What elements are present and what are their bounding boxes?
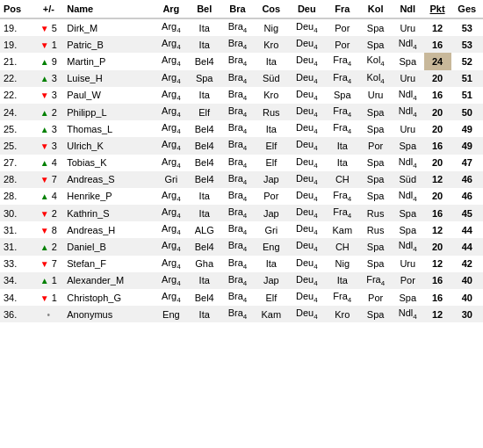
cell-arg: Arg4 — [155, 272, 188, 289]
arrow-down-icon: ▼ — [40, 175, 49, 184]
cell-name: Thomas_L — [63, 120, 155, 137]
cell-ges: 44 — [451, 238, 483, 255]
cell-arg: Arg4 — [155, 104, 188, 120]
cell-delta: ▼ 2 — [33, 205, 63, 221]
cell-kol: Spa — [359, 104, 392, 120]
cell-deu: Deu4 — [288, 289, 325, 306]
cell-kol: Rus — [359, 221, 392, 238]
cell-bel: Spa — [188, 70, 221, 87]
cell-name: Philipp_L — [63, 104, 155, 120]
cell-ndl: Ndl4 — [392, 87, 424, 104]
cell-cos: Eng — [254, 238, 288, 255]
cell-name: Andreas_S — [63, 171, 155, 188]
cell-kol: Spa — [359, 171, 392, 188]
cell-delta: ▲ 3 — [33, 70, 63, 87]
col-cos: Cos — [254, 0, 288, 18]
cell-fra: Fra4 — [325, 70, 359, 87]
cell-deu: Deu4 — [288, 221, 325, 238]
cell-cos: Kro — [254, 36, 288, 53]
cell-delta: ▲ 9 — [33, 53, 63, 69]
cell-pkt: 16 — [424, 272, 451, 289]
cell-ges: 52 — [451, 53, 483, 69]
cell-ndl: Spa — [392, 289, 424, 306]
table-row: 25.▼ 3Ulrich_KArg4Bel4Bra4ElfDeu4ItaPorS… — [0, 137, 483, 154]
arrow-up-icon: ▲ — [40, 158, 49, 168]
cell-arg: Arg4 — [155, 155, 188, 171]
arrow-up-icon: ▲ — [40, 125, 49, 134]
table-row: 30.▼ 2Kathrin_SArg4ItaBra4JapDeu4Fra4Rus… — [0, 205, 483, 221]
cell-bra: Bra4 — [221, 155, 255, 171]
cell-name: Henrike_P — [63, 188, 155, 205]
cell-bra: Bra4 — [221, 18, 255, 36]
col-ndl: Ndl — [392, 0, 424, 18]
cell-name: Anonymus — [63, 306, 155, 322]
cell-bel: ALG — [188, 221, 221, 238]
cell-kol: Por — [359, 137, 392, 154]
cell-fra: Por — [325, 36, 359, 53]
cell-kol: Spa — [359, 188, 392, 205]
table-row: 33.▼ 7Stefan_FArg4GhaBra4ItaDeu4NigSpaUr… — [0, 256, 483, 272]
cell-fra: Fra4 — [325, 188, 359, 205]
arrow-down-icon: ▼ — [40, 293, 49, 303]
cell-name: Christoph_G — [63, 289, 155, 306]
cell-delta: ▼ 8 — [33, 221, 63, 238]
cell-fra: CH — [325, 238, 359, 255]
arrow-up-icon: ▲ — [40, 108, 49, 118]
cell-pkt: 16 — [424, 36, 451, 53]
cell-name: Patric_B — [63, 36, 155, 53]
cell-name: Dirk_M — [63, 18, 155, 36]
arrow-up-icon: ▲ — [40, 74, 49, 83]
table-row: 31.▼ 8Andreas_HArg4ALGBra4GriDeu4KamRusS… — [0, 221, 483, 238]
cell-cos: Elf — [254, 155, 288, 171]
cell-pos: 34. — [0, 289, 33, 306]
cell-bra: Bra4 — [221, 289, 255, 306]
table-row: 19.▼ 5Dirk_MArg4ItaBra4NigDeu4PorSpaUru1… — [0, 18, 483, 36]
arrow-down-icon: ▼ — [40, 40, 49, 50]
cell-pos: 34. — [0, 272, 33, 289]
cell-deu: Deu4 — [288, 272, 325, 289]
cell-kol: Kol4 — [359, 70, 392, 87]
cell-pos: 25. — [0, 120, 33, 137]
cell-kol: Uru — [359, 87, 392, 104]
cell-pos: 31. — [0, 238, 33, 255]
table-row: 25.▲ 3Thomas_LArg4Bel4Bra4ItaDeu4Fra4Spa… — [0, 120, 483, 137]
cell-cos: Süd — [254, 70, 288, 87]
cell-bel: Bel4 — [188, 53, 221, 69]
cell-delta: ▼ 1 — [33, 289, 63, 306]
cell-bra: Bra4 — [221, 272, 255, 289]
col-name: Name — [63, 0, 155, 18]
cell-arg: Gri — [155, 171, 188, 188]
table-row: 22.▲ 3Luise_HArg4SpaBra4SüdDeu4Fra4Kol4U… — [0, 70, 483, 87]
cell-bel: Gha — [188, 256, 221, 272]
cell-ges: 49 — [451, 120, 483, 137]
cell-pos: 21. — [0, 53, 33, 69]
cell-delta: ▼ 5 — [33, 18, 63, 36]
cell-bra: Bra4 — [221, 171, 255, 188]
cell-deu: Deu4 — [288, 53, 325, 69]
cell-name: Daniel_B — [63, 238, 155, 255]
cell-bel: Bel4 — [188, 238, 221, 255]
cell-delta: ▼ 7 — [33, 256, 63, 272]
cell-deu: Deu4 — [288, 256, 325, 272]
cell-kol: Fra4 — [359, 272, 392, 289]
cell-pkt: 20 — [424, 104, 451, 120]
cell-fra: Kro — [325, 306, 359, 322]
cell-pos: 24. — [0, 104, 33, 120]
cell-pkt: 20 — [424, 188, 451, 205]
cell-deu: Deu4 — [288, 70, 325, 87]
cell-arg: Arg4 — [155, 221, 188, 238]
cell-pos: 25. — [0, 137, 33, 154]
cell-deu: Deu4 — [288, 188, 325, 205]
cell-ndl: Spa — [392, 205, 424, 221]
cell-bra: Bra4 — [221, 221, 255, 238]
cell-bel: Ita — [188, 306, 221, 322]
cell-cos: Rus — [254, 104, 288, 120]
cell-fra: Ita — [325, 155, 359, 171]
cell-ndl: Süd — [392, 171, 424, 188]
cell-arg: Arg4 — [155, 87, 188, 104]
cell-cos: Ita — [254, 53, 288, 69]
table-row: 31.▲ 2Daniel_BArg4Bel4Bra4EngDeu4CHSpaNd… — [0, 238, 483, 255]
cell-pos: 27. — [0, 155, 33, 171]
col-deu: Deu — [288, 0, 325, 18]
cell-fra: Fra4 — [325, 53, 359, 69]
